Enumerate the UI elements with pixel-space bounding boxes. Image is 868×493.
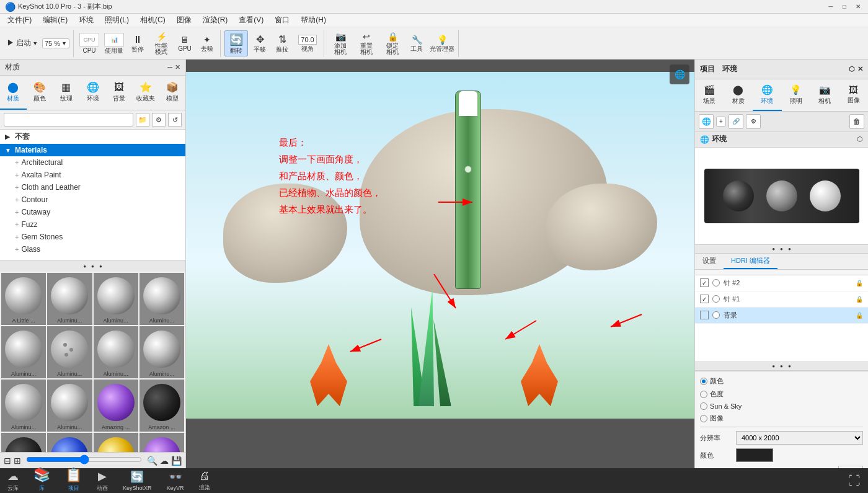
tree-item-gemstones[interactable]: + Gem Stones: [0, 231, 185, 243]
image-radio-circle[interactable]: [700, 415, 707, 422]
tab-material[interactable]: ⬤ 材质: [0, 76, 27, 110]
thumb-item[interactable]: Aluminu...: [47, 380, 92, 432]
size-slider[interactable]: [26, 455, 142, 464]
thumb-item[interactable]: Aluminu...: [94, 273, 138, 325]
tree-item-glass[interactable]: + Glass: [0, 243, 185, 255]
tree-item-architectural[interactable]: + Architectural: [0, 156, 185, 169]
thumb-item[interactable]: Aluminu...: [140, 326, 184, 378]
env-dot2[interactable]: ●: [780, 246, 783, 252]
thumb-item[interactable]: Aluminu...: [1, 380, 46, 432]
thumb-item[interactable]: Aluminu...: [1, 326, 46, 378]
fov-button[interactable]: 70.0 视角: [294, 30, 321, 56]
brightness-radio[interactable]: 色度: [700, 389, 724, 399]
nav-project[interactable]: 📋 项目: [65, 467, 82, 494]
layer-bg[interactable]: 背景 🔒: [695, 308, 868, 324]
search-input[interactable]: [4, 113, 133, 127]
layer-checkbox-pin2[interactable]: ✓: [700, 278, 709, 287]
tab-environment[interactable]: 🌐 环境: [79, 76, 106, 110]
pause-button[interactable]: ⏸ 暂停: [127, 30, 148, 56]
env-add-btn[interactable]: +: [716, 117, 726, 127]
search-folder-btn[interactable]: 📁: [136, 113, 149, 127]
reset-camera-button[interactable]: ↩ 重置相机: [354, 30, 379, 56]
pan-button[interactable]: ✥ 平移: [249, 30, 270, 56]
layer-radio-bg[interactable]: [712, 311, 720, 319]
dot2[interactable]: ●: [91, 264, 94, 269]
menu-edit[interactable]: 编辑(E): [38, 14, 73, 27]
tree-item-axalta[interactable]: + Axalta Paint: [0, 169, 185, 181]
thumb-item[interactable]: Anodiz...: [47, 433, 92, 452]
performance-button[interactable]: ⚡ 性能模式: [149, 30, 173, 56]
panel-close[interactable]: ✕: [175, 63, 180, 71]
right-tab-image[interactable]: 🖼 图像: [839, 79, 869, 111]
view-grid-btn[interactable]: ⊞: [14, 456, 21, 466]
menu-help[interactable]: 帮助(H): [296, 14, 331, 27]
tree-item-cutaway[interactable]: + Cutaway: [0, 206, 185, 218]
view-list-btn[interactable]: ⊟: [4, 456, 11, 466]
env-dot1[interactable]: ●: [772, 246, 775, 252]
usage-button[interactable]: 📊 使用量: [102, 30, 126, 56]
right-tab-environment[interactable]: 🌐 环境: [753, 79, 782, 111]
layer-pin1[interactable]: ✓ 针 #1 🔒: [695, 291, 868, 308]
nav-xr[interactable]: 🔄 KeyShotXR: [123, 470, 152, 491]
right-tab-scene[interactable]: 🎬 场景: [695, 79, 724, 111]
tree-item-materials[interactable]: ▼ Materials: [0, 144, 185, 156]
thumb-item[interactable]: Aluminu...: [94, 326, 138, 378]
tree-item-fuzz[interactable]: + Fuzz: [0, 218, 185, 231]
layer-lock-pin1[interactable]: 🔒: [856, 296, 863, 303]
right-tab-lighting[interactable]: 💡 照明: [782, 79, 811, 111]
menu-render[interactable]: 渲染(R): [198, 14, 233, 27]
start-button[interactable]: ▶ 启动 ▼: [5, 30, 40, 56]
close-button[interactable]: ✕: [853, 2, 863, 12]
layer-lock-bg[interactable]: 🔒: [856, 312, 863, 319]
cpu-button[interactable]: CPU CPU: [78, 30, 101, 56]
right-tab-material[interactable]: ⬤ 材质: [724, 79, 753, 111]
brightness-input[interactable]: [838, 466, 863, 468]
thumb-item[interactable]: Anodiz...: [1, 433, 46, 452]
color-radio-circle[interactable]: [700, 378, 707, 385]
layer-pin2[interactable]: ✓ 针 #2 🔒: [695, 275, 868, 291]
maximize-button[interactable]: □: [839, 2, 849, 12]
env-expand-btn[interactable]: ⬡: [857, 135, 863, 143]
tree-item-cloth[interactable]: + Cloth and Leather: [0, 181, 185, 193]
zoom3-button[interactable]: ⇅ 推拉: [272, 30, 293, 56]
nav-render[interactable]: 🖨 渲染: [199, 469, 210, 492]
tree-item-all[interactable]: ▶ 不套: [0, 130, 185, 144]
zoom-in-btn[interactable]: 🔍: [147, 456, 157, 466]
save-btn[interactable]: 💾: [171, 456, 182, 466]
tools-button[interactable]: 🔧 工具: [406, 30, 427, 56]
layers-dot1[interactable]: ●: [772, 363, 775, 369]
dot3[interactable]: ●: [99, 264, 102, 269]
menu-env[interactable]: 环境: [74, 14, 99, 27]
zoom-dropdown[interactable]: 75 % ▼: [41, 30, 71, 56]
sunsky-radio[interactable]: Sun & Sky: [700, 402, 742, 410]
menu-image[interactable]: 图像: [172, 14, 197, 27]
thumb-item[interactable]: Amazon ...: [140, 380, 184, 432]
add-camera-button[interactable]: 📷 添加相机: [328, 30, 353, 56]
env-settings-btn[interactable]: ⚙: [746, 114, 761, 129]
menu-view[interactable]: 查看(V): [234, 14, 268, 27]
env-dot3[interactable]: ●: [788, 246, 791, 252]
nav-animation[interactable]: ▶ 动画: [97, 469, 108, 492]
denoise-button[interactable]: ✦ 去噪: [197, 30, 218, 56]
layer-radio-pin2[interactable]: [712, 279, 720, 286]
image-radio[interactable]: 图像: [700, 414, 724, 423]
tab-color[interactable]: 🎨 颜色: [27, 76, 53, 110]
tab-texture[interactable]: ▦ 纹理: [53, 76, 79, 110]
nav-cloud[interactable]: ☁ 云库: [7, 469, 19, 492]
hdri-tab-editor[interactable]: HDRI 编辑器: [724, 254, 777, 269]
tab-model[interactable]: 📦 模型: [159, 76, 185, 110]
thumb-item[interactable]: Amazing ...: [94, 380, 138, 432]
tab-background[interactable]: 🖼 背景: [106, 76, 133, 110]
lights-button[interactable]: 💡 光管理器: [428, 30, 456, 56]
rotate-button[interactable]: 🔄 翻转: [224, 30, 248, 56]
layers-dot3[interactable]: ●: [788, 363, 791, 369]
layer-checkbox-pin1[interactable]: ✓: [700, 295, 709, 303]
layer-checkbox-bg[interactable]: [700, 311, 709, 319]
dot1[interactable]: ●: [83, 264, 86, 269]
minimize-button[interactable]: ─: [826, 2, 836, 12]
menu-file[interactable]: 文件(F): [2, 14, 37, 27]
viewport-overlay-button[interactable]: 🌐: [670, 64, 689, 84]
resolution-select[interactable]: 4000 x 2000: [736, 431, 863, 445]
viewport[interactable]: 最后： 调整一下画面角度， 和产品材质、颜色， 已经植物、水晶的颜色， 基本上效…: [186, 60, 694, 468]
color-radio[interactable]: 颜色: [700, 376, 724, 386]
